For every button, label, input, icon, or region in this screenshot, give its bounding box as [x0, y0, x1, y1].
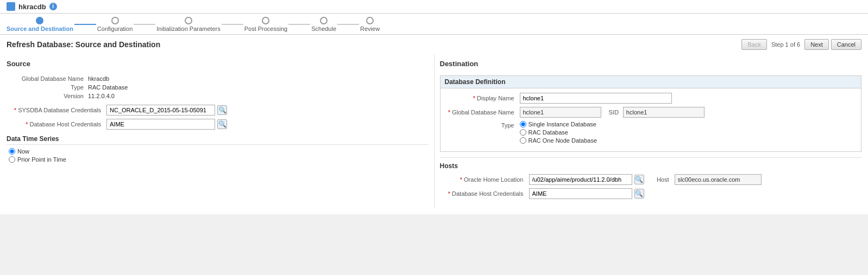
dest-type-rac-one-node[interactable]: RAC One Node Database: [520, 137, 597, 144]
step-circle-3: [185, 17, 192, 24]
btn-group: Back Step 1 of 6 Next Cancel: [741, 39, 861, 50]
host-input[interactable]: [675, 174, 762, 185]
dest-type-rac[interactable]: RAC Database: [520, 129, 597, 136]
dest-host-cred-search-icon[interactable]: 🔍: [634, 189, 644, 199]
single-instance-radio[interactable]: [520, 121, 526, 127]
host-cred-row: Database Host Credentials 🔍: [7, 119, 429, 130]
wizard-bar: Source and Destination Configuration Ini…: [0, 14, 868, 35]
source-global-db-name-label: Global Database Name: [7, 75, 88, 82]
display-name-row: Display Name: [447, 93, 855, 104]
step-label-6: Review: [360, 25, 380, 32]
sysdba-cred-input[interactable]: [106, 105, 215, 116]
destination-section-title: Destination: [440, 60, 862, 70]
next-button[interactable]: Next: [804, 39, 829, 50]
dts-prior-radio[interactable]: [9, 156, 15, 163]
dest-host-cred-label: Database Host Credentials: [440, 190, 527, 197]
dts-now-radio[interactable]: [9, 148, 15, 155]
wizard-step-review[interactable]: Review: [360, 17, 380, 32]
header-db-name: hkracdb: [18, 3, 46, 11]
wizard-step-source-destination[interactable]: Source and Destination: [7, 17, 73, 32]
dts-title: Data Time Series: [7, 135, 429, 145]
dest-global-db-row: Global Database Name SID: [447, 107, 855, 118]
display-name-input[interactable]: [520, 93, 672, 104]
dts-now-option[interactable]: Now: [9, 148, 429, 155]
display-name-label: Display Name: [447, 95, 518, 101]
sid-input[interactable]: [623, 107, 705, 118]
dest-type-single[interactable]: Single Instance Database: [520, 121, 597, 127]
main-content: Source Global Database Name hkracdb Type…: [0, 54, 868, 214]
hosts-section: Hosts Oracle Home Location 🔍 Host Databa…: [440, 157, 862, 199]
page-title: Refresh Database: Source and Destination: [7, 40, 160, 49]
source-global-db-name-value: hkracdb: [88, 75, 109, 82]
source-section-title: Source: [7, 60, 429, 70]
db-icon: [7, 2, 15, 11]
single-instance-label: Single Instance Database: [529, 121, 596, 127]
source-version-row: Version 11.2.0.4.0: [7, 93, 429, 99]
db-definition-header: Database Definition: [441, 76, 861, 88]
dest-global-db-label: Global Database Name: [447, 109, 518, 116]
dest-host-cred-input[interactable]: [529, 188, 632, 199]
step-line-5: [337, 24, 359, 25]
dts-radio-group: Now Prior Point in Time: [9, 148, 429, 163]
dest-type-radio-group: Single Instance Database RAC Database RA…: [520, 121, 597, 144]
oracle-home-search-icon[interactable]: 🔍: [634, 175, 644, 184]
dest-type-label: Type: [447, 121, 518, 129]
dts-prior-label: Prior Point in Time: [17, 156, 66, 163]
step-circle-5: [320, 17, 328, 24]
step-label-2: Configuration: [97, 25, 133, 32]
host-static-label: Host: [651, 176, 672, 183]
source-panel: Source Global Database Name hkracdb Type…: [7, 54, 435, 208]
host-cred-label: Database Host Credentials: [7, 121, 104, 127]
step-line-1: [74, 24, 96, 25]
step-line-3: [222, 24, 243, 25]
step-circle-2: [111, 17, 119, 24]
info-icon[interactable]: i: [49, 3, 57, 10]
dest-global-db-input[interactable]: [520, 107, 601, 118]
host-cred-input[interactable]: [106, 119, 215, 130]
oracle-home-input[interactable]: [529, 174, 632, 185]
rac-one-node-radio[interactable]: [520, 137, 526, 144]
database-definition-subsection: Database Definition Display Name Global …: [440, 75, 862, 152]
source-version-value: 11.2.0.4.0: [88, 93, 115, 99]
dest-type-row: Type Single Instance Database RAC Databa…: [447, 121, 855, 144]
rac-radio[interactable]: [520, 129, 526, 136]
step-label-3: Initialization Parameters: [156, 25, 220, 32]
step-line-2: [134, 24, 155, 25]
sid-label-text: SID: [609, 109, 619, 116]
host-cred-search-icon[interactable]: 🔍: [217, 119, 227, 129]
step-info: Step 1 of 6: [769, 41, 802, 48]
rac-label: RAC Database: [529, 129, 568, 136]
step-label-5: Schedule: [311, 25, 336, 32]
back-button[interactable]: Back: [741, 39, 766, 50]
step-circle-1: [36, 17, 43, 24]
wizard-step-configuration[interactable]: Configuration: [97, 17, 133, 32]
sysdba-cred-label: SYSDBA Database Credentials: [7, 107, 104, 113]
sysdba-search-icon[interactable]: 🔍: [217, 105, 227, 115]
source-type-label: Type: [7, 84, 88, 91]
oracle-home-label: Oracle Home Location: [440, 176, 527, 183]
db-definition-body: Display Name Global Database Name SID Ty…: [441, 88, 861, 151]
header-bar: hkracdb i: [0, 0, 868, 14]
step-label-4: Post Processing: [244, 25, 287, 32]
sysdba-cred-row: SYSDBA Database Credentials 🔍: [7, 105, 429, 116]
source-type-value: RAC Database: [88, 84, 128, 91]
source-version-label: Version: [7, 93, 88, 99]
destination-panel: Destination Database Definition Display …: [435, 54, 862, 208]
data-time-series-section: Data Time Series Now Prior Point in Time: [7, 135, 429, 163]
wizard-step-schedule[interactable]: Schedule: [311, 17, 336, 32]
oracle-home-row: Oracle Home Location 🔍 Host: [440, 174, 862, 185]
dts-now-label: Now: [17, 148, 29, 155]
step-circle-6: [366, 17, 374, 24]
step-line-4: [288, 24, 310, 25]
step-label-1: Source and Destination: [7, 25, 73, 32]
hosts-title: Hosts: [440, 162, 862, 170]
step-circle-4: [262, 17, 269, 24]
source-type-row: Type RAC Database: [7, 84, 429, 91]
cancel-button[interactable]: Cancel: [831, 39, 861, 50]
source-global-db-name-row: Global Database Name hkracdb: [7, 75, 429, 82]
wizard-step-post-processing[interactable]: Post Processing: [244, 17, 287, 32]
wizard-step-init-params[interactable]: Initialization Parameters: [156, 17, 220, 32]
dest-host-cred-row: Database Host Credentials 🔍: [440, 188, 862, 199]
dts-prior-option[interactable]: Prior Point in Time: [9, 156, 429, 163]
rac-one-node-label: RAC One Node Database: [529, 137, 597, 144]
